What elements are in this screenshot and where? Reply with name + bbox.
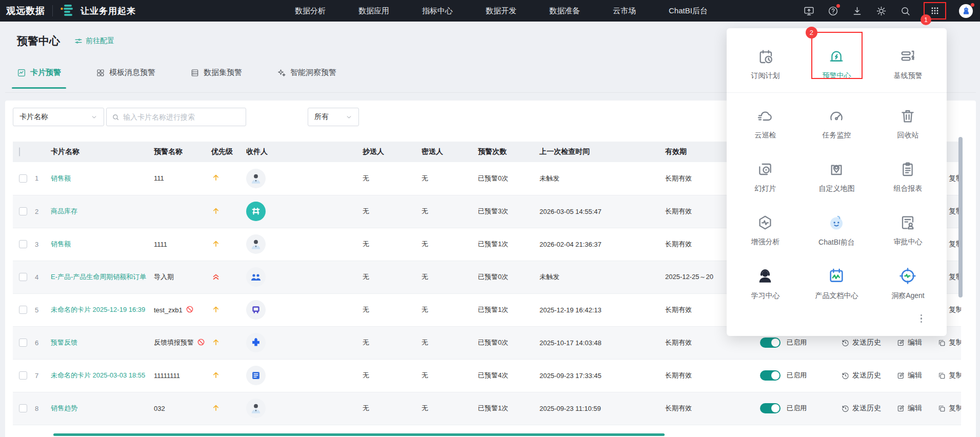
product-docs-icon — [828, 267, 845, 285]
send-history-button[interactable]: 发送历史 — [841, 371, 881, 380]
edit-button[interactable]: 编辑 — [896, 404, 922, 413]
vertical-scrollbar-thumb[interactable] — [958, 137, 963, 297]
download-icon[interactable] — [851, 5, 863, 16]
card-name-link[interactable]: 预警反馈 — [51, 339, 77, 346]
top-navbar: 观远数据 让业务用起来 数据分析 数据应用 指标中心 数据开发 数据准备 云市场… — [0, 0, 980, 22]
alert-type-tabs: 卡片预警 模板消息预警 数据集预警 智能洞察预警 — [17, 68, 336, 89]
app-item-combined-report[interactable]: 组合报表 — [872, 150, 944, 204]
row-checkbox[interactable] — [19, 371, 27, 380]
horizontal-scrollbar-thumb[interactable] — [53, 433, 665, 436]
card-name-link[interactable]: 未命名的卡片 2025-12-19 16:39 — [51, 306, 145, 313]
search-input[interactable] — [123, 113, 231, 121]
menu-item-data-analysis[interactable]: 数据分析 — [295, 6, 326, 16]
brand-slogan: 让业务用起来 — [81, 5, 136, 17]
priority-double-up-icon — [211, 275, 221, 283]
custom-map-icon — [828, 161, 845, 177]
learning-center-icon — [756, 267, 774, 285]
edit-button[interactable]: 编辑 — [896, 338, 922, 347]
card-name-link[interactable]: 未命名的卡片 2025-03-03 18:55 — [51, 371, 145, 379]
history-icon — [841, 404, 850, 413]
user-avatar[interactable] — [959, 4, 973, 18]
recipient-avatar-person-photo — [246, 399, 266, 418]
copy-icon — [937, 339, 946, 347]
apps-grid-button[interactable]: 1 — [924, 2, 946, 19]
menu-item-chatbi-admin[interactable]: ChatBI后台 — [669, 6, 708, 16]
alert-center-icon — [828, 48, 845, 65]
app-item-custom-map[interactable]: 自定义地图 — [801, 150, 872, 204]
col-priority: 优先级 — [205, 142, 240, 162]
card-name-link[interactable]: 商品库存 — [51, 207, 77, 215]
col-bcc: 密送人 — [415, 142, 472, 162]
app-item-cloud-inspection[interactable]: 云巡检 — [730, 97, 801, 150]
menu-item-data-apps[interactable]: 数据应用 — [358, 6, 389, 16]
send-history-button[interactable]: 发送历史 — [841, 404, 881, 413]
app-item-learning-center[interactable]: 学习中心 — [730, 257, 801, 310]
card-name-link[interactable]: 销售额 — [51, 240, 71, 248]
copy-button[interactable]: 复制 — [937, 371, 961, 380]
field-select[interactable]: 卡片名称 — [13, 108, 104, 126]
edit-button[interactable]: 编辑 — [896, 371, 922, 380]
row-checkbox[interactable] — [19, 174, 27, 183]
col-cc: 抄送人 — [356, 142, 415, 162]
recipient-avatar-teal-symbol — [246, 202, 266, 221]
row-checkbox[interactable] — [19, 306, 27, 314]
menu-item-data-prep[interactable]: 数据准备 — [549, 6, 580, 16]
navbar-actions: 1 — [803, 2, 973, 19]
enabled-toggle[interactable] — [760, 370, 781, 381]
copy-button[interactable]: 复制 — [937, 404, 961, 413]
app-item-recycle-bin[interactable]: 回收站 — [872, 97, 944, 150]
tab-insight-alert[interactable]: 智能洞察预警 — [277, 68, 336, 89]
avatar-notification-dot — [971, 3, 974, 7]
main-menu: 数据分析 数据应用 指标中心 数据开发 数据准备 云市场 ChatBI后台 — [295, 6, 708, 16]
send-history-button[interactable]: 发送历史 — [841, 338, 881, 347]
baseline-alert-icon — [899, 48, 916, 65]
app-item-product-docs[interactable]: 产品文档中心 — [801, 257, 872, 310]
card-name-link[interactable]: 销售趋势 — [51, 404, 77, 412]
menu-item-metric-center[interactable]: 指标中心 — [422, 6, 453, 16]
row-checkbox[interactable] — [19, 273, 27, 281]
row-checkbox[interactable] — [19, 339, 27, 347]
priority-up-icon — [211, 308, 221, 315]
search-icon[interactable] — [899, 5, 911, 16]
panel-more-button[interactable] — [918, 312, 925, 325]
select-all-checkbox[interactable] — [19, 147, 20, 156]
menu-item-cloud-market[interactable]: 云市场 — [613, 6, 636, 16]
screen-share-icon[interactable] — [803, 5, 814, 16]
blocked-icon — [197, 338, 205, 348]
app-item-chatbi-front[interactable]: ChatBI前台 — [801, 204, 872, 257]
row-checkbox[interactable] — [19, 240, 27, 248]
enabled-toggle[interactable] — [760, 337, 781, 348]
recipient-avatar-blue-puzzle — [246, 333, 266, 352]
enabled-toggle[interactable] — [760, 403, 781, 413]
app-item-slideshow[interactable]: 幻灯片 — [730, 150, 801, 204]
tab-dataset-alert[interactable]: 数据集预警 — [190, 68, 242, 89]
app-item-baseline-alert[interactable]: 基线预警 — [872, 36, 944, 92]
card-name-link[interactable]: 销售额 — [51, 174, 71, 182]
history-icon — [841, 371, 850, 380]
app-item-subscription-plan[interactable]: 订阅计划 — [730, 36, 801, 92]
tab-card-alert[interactable]: 卡片预警 — [17, 68, 61, 89]
app-item-task-monitor[interactable]: 任务监控 — [801, 97, 872, 150]
priority-up-icon — [211, 373, 221, 381]
menu-item-data-dev[interactable]: 数据开发 — [486, 6, 516, 16]
app-item-augmented-analytics[interactable]: 增强分析 — [730, 204, 801, 257]
copy-button[interactable]: 复制 — [937, 338, 961, 347]
tab-template-message-alert[interactable]: 模板消息预警 — [96, 68, 155, 89]
edit-pencil-icon — [896, 404, 905, 413]
edit-pencil-icon — [896, 339, 905, 347]
settings-gear-icon[interactable] — [875, 5, 887, 16]
table-row: 7 未命名的卡片 2025-03-03 18:55 11111111 无 无 已… — [13, 359, 961, 392]
app-item-approval-center[interactable]: 审批中心 — [872, 204, 944, 257]
row-checkbox[interactable] — [19, 404, 27, 412]
help-icon[interactable] — [827, 5, 838, 16]
card-name-link[interactable]: E-产品-产品生命周期销额和订单 — [51, 273, 146, 281]
apps-step-badge: 1 — [921, 14, 931, 25]
priority-up-icon — [211, 176, 221, 184]
row-checkbox[interactable] — [19, 207, 27, 215]
copy-icon — [937, 404, 946, 413]
app-item-insight-agent[interactable]: 洞察Agent — [872, 257, 944, 310]
go-to-config-link[interactable]: 前往配置 — [74, 36, 114, 46]
scope-select[interactable]: 所有 — [308, 108, 359, 126]
brand-name: 观远数据 — [6, 5, 45, 17]
app-item-alert-center[interactable]: 预警中心 2 — [801, 36, 872, 92]
